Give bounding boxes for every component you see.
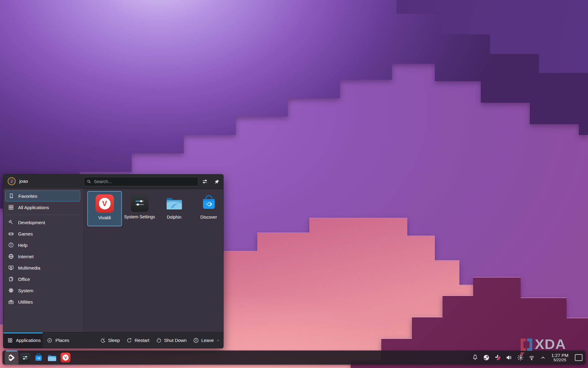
gear-icon [8, 287, 14, 293]
avatar[interactable]: J [8, 177, 16, 185]
app-dolphin[interactable]: Dolphin [157, 191, 191, 226]
monitor-play-icon [8, 265, 14, 271]
hammer-icon [8, 219, 14, 225]
chevron-down-icon [216, 338, 220, 343]
tab-applications[interactable]: Applications [3, 332, 43, 348]
speaker-icon [506, 354, 512, 361]
kde-launcher-icon [7, 353, 16, 362]
steam-icon [483, 354, 490, 361]
vivaldi-icon: V [61, 353, 70, 362]
sidebar-item-office[interactable]: Office [5, 274, 80, 285]
user-name: joao [19, 178, 28, 184]
sidebar-item-label: Multimedia [18, 265, 40, 270]
sidebar-divider [5, 215, 80, 215]
shutdown-button[interactable]: Shut Down [156, 337, 187, 343]
xda-bracket-right-icon [527, 339, 532, 351]
discover-icon [200, 194, 218, 212]
application-launcher-button[interactable] [5, 351, 18, 365]
task-vivaldi[interactable]: V [59, 351, 72, 365]
sidebar-item-label: Office [18, 277, 30, 282]
sidebar-item-utilities[interactable]: Utilities [5, 296, 80, 307]
leave-button[interactable]: Leave [193, 337, 220, 343]
gamepad-icon [8, 231, 14, 237]
xda-watermark-text: XDA [535, 339, 566, 350]
sidebar-item-all-applications[interactable]: All Applications [5, 202, 80, 213]
leave-icon [193, 337, 199, 343]
sidebar-item-favorites[interactable]: Favorites [5, 190, 80, 201]
restart-icon [126, 337, 132, 343]
sidebar-item-development[interactable]: Development [5, 217, 80, 228]
sidebar-item-system[interactable]: System [5, 285, 80, 296]
sidebar-item-games[interactable]: Games [5, 228, 80, 239]
svg-text:z: z [104, 337, 105, 339]
globe-icon [8, 253, 14, 259]
sidebar-item-label: Help [18, 243, 28, 248]
taskbar-panel: V 1:27 PM [2, 351, 586, 365]
slack-icon [494, 354, 501, 361]
sidebar-item-label: System [18, 288, 33, 293]
discover-icon [34, 353, 43, 362]
tab-places[interactable]: Places [43, 332, 77, 348]
launcher-header: J joao [3, 174, 223, 189]
app-discover[interactable]: Discover [191, 191, 224, 226]
app-label: System Settings [124, 214, 156, 220]
search-bar[interactable] [84, 177, 198, 186]
tab-label: Applications [16, 338, 41, 343]
sidebar-item-label: Favorites [18, 194, 37, 199]
task-dolphin[interactable] [45, 351, 59, 365]
xda-watermark: XDA [521, 339, 566, 351]
sleep-button[interactable]: zz Sleep [100, 337, 120, 343]
system-settings-icon [131, 194, 149, 212]
search-input[interactable] [93, 179, 195, 184]
sidebar-item-label: Utilities [18, 299, 33, 305]
sleep-moon-icon: zz [100, 337, 106, 343]
vivaldi-icon: V [96, 194, 114, 213]
sidebar-item-label: Games [18, 231, 33, 236]
app-system-settings[interactable]: System Settings [122, 191, 157, 226]
dolphin-icon [165, 194, 183, 212]
action-label: Sleep [108, 338, 120, 343]
sidebar-item-multimedia[interactable]: Multimedia [5, 262, 80, 273]
show-desktop-button[interactable] [575, 354, 582, 361]
wifi-icon [528, 354, 535, 361]
bookmark-icon [8, 193, 14, 199]
toolbox-icon [8, 299, 14, 305]
grid-icon [7, 338, 13, 343]
app-label: Vivaldi [89, 215, 121, 221]
launcher-sidebar: Favorites All Applications Development G… [3, 189, 82, 332]
task-system-settings[interactable] [18, 351, 32, 365]
pin-icon [214, 179, 220, 185]
expand-tray-button[interactable] [539, 354, 547, 361]
steam-tray-button[interactable] [483, 354, 490, 361]
restart-button[interactable]: Restart [126, 337, 149, 343]
action-label: Shut Down [164, 338, 187, 343]
system-tray: 1:27 PM 5/22/25 [471, 353, 583, 362]
sidebar-item-internet[interactable]: Internet [5, 251, 80, 262]
network-button[interactable] [528, 354, 535, 361]
documents-icon [8, 276, 14, 282]
sidebar-item-label: All Applications [18, 205, 49, 210]
grid-icon [8, 204, 14, 210]
tab-label: Places [55, 338, 69, 343]
digital-clock[interactable]: 1:27 PM 5/22/25 [551, 353, 568, 362]
slack-tray-button[interactable] [494, 354, 501, 361]
pin-button[interactable] [213, 178, 220, 185]
app-vivaldi[interactable]: V Vivaldi [87, 191, 122, 226]
task-discover[interactable] [32, 351, 45, 365]
sidebar-item-help[interactable]: Help [5, 240, 80, 251]
sidebar-item-label: Development [18, 220, 45, 225]
configure-button[interactable] [202, 178, 208, 185]
launcher-footer: Applications Places zz Sleep Restart Shu… [3, 332, 223, 348]
dolphin-icon [47, 353, 57, 362]
volume-button[interactable] [505, 354, 513, 361]
notifications-button[interactable] [471, 354, 479, 361]
action-label: Leave [201, 338, 214, 343]
xda-bracket-left-icon [521, 339, 526, 351]
power-icon [156, 337, 162, 343]
compass-icon [47, 338, 52, 343]
search-icon [87, 179, 91, 184]
action-label: Restart [134, 338, 149, 343]
desktop[interactable]: J joao Favorites All Applications [0, 0, 588, 368]
system-settings-icon [20, 353, 30, 363]
application-launcher-menu: J joao Favorites All Applications [3, 174, 224, 348]
